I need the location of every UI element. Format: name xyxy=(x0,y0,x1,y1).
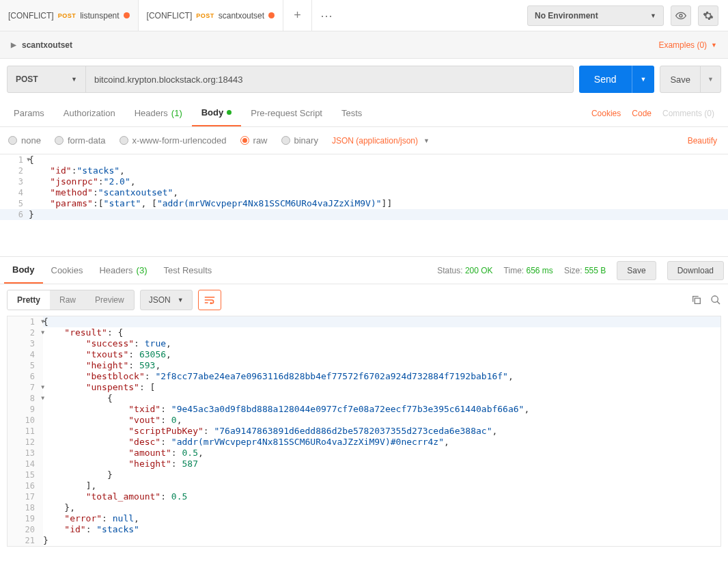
radio-raw[interactable]: raw xyxy=(240,135,268,146)
tab-headers[interactable]: Headers (1) xyxy=(125,100,192,126)
send-button[interactable]: Send ▼ xyxy=(579,66,655,93)
eye-icon xyxy=(675,10,686,21)
body-types-row: none form-data x-www-form-urlencoded raw… xyxy=(0,127,728,154)
settings-button[interactable] xyxy=(698,5,718,26)
tab-body[interactable]: Body xyxy=(192,100,242,126)
send-dropdown[interactable]: ▼ xyxy=(632,66,655,93)
view-right-controls xyxy=(691,295,721,305)
examples-dropdown[interactable]: Examples (0) ▼ xyxy=(658,40,717,50)
request-body-editor[interactable]: 1▼{2 "id":"stacks",3 "jsonrpc":"2.0",4 "… xyxy=(0,154,728,257)
chevron-down-icon: ▼ xyxy=(641,76,647,83)
view-preview[interactable]: Preview xyxy=(85,290,134,310)
tab-name: scantxoutset xyxy=(219,11,264,21)
view-pretty[interactable]: Pretty xyxy=(8,290,50,310)
status-value: 200 OK xyxy=(465,266,493,275)
tab-tests[interactable]: Tests xyxy=(332,100,372,126)
download-button[interactable]: Download xyxy=(667,261,724,280)
content-type-label: JSON (application/json) xyxy=(332,136,418,146)
tab-method-badge: POST xyxy=(58,12,76,19)
tab-conflict-label: [CONFLICT] xyxy=(8,11,54,21)
body-indicator-icon xyxy=(227,110,232,115)
top-bar: [CONFLICT] POST listunspent [CONFLICT] P… xyxy=(0,0,728,31)
url-row: POST ▼ bitcoind.krypton.blockstack.org:1… xyxy=(0,59,728,100)
save-button[interactable]: Save ▼ xyxy=(660,66,721,93)
tab-prerequest[interactable]: Pre-request Script xyxy=(241,100,332,126)
beautify-link[interactable]: Beautify xyxy=(688,136,720,146)
time-value: 656 ms xyxy=(527,266,553,275)
resp-tab-cookies[interactable]: Cookies xyxy=(43,257,92,284)
resp-tab-tests[interactable]: Test Results xyxy=(156,257,221,284)
request-tabs-right: Cookies Code Comments (0) xyxy=(591,109,724,118)
format-select[interactable]: JSON ▼ xyxy=(140,290,193,310)
environment-label: No Environment xyxy=(535,11,598,21)
content-type-select[interactable]: JSON (application/json) ▼ xyxy=(332,136,430,146)
chevron-down-icon: ▼ xyxy=(650,12,656,19)
gear-icon xyxy=(703,10,714,21)
radio-icon xyxy=(240,136,249,145)
save-label: Save xyxy=(660,74,700,85)
headers-count: (1) xyxy=(171,108,182,118)
environment-select[interactable]: No Environment ▼ xyxy=(527,5,664,26)
view-raw[interactable]: Raw xyxy=(50,290,85,310)
url-bar: POST ▼ bitcoind.krypton.blockstack.org:1… xyxy=(7,66,574,93)
radio-icon xyxy=(281,136,290,145)
tabs-area: [CONFLICT] POST listunspent [CONFLICT] P… xyxy=(0,0,518,31)
tab-listunspent[interactable]: [CONFLICT] POST listunspent xyxy=(0,0,139,31)
send-label: Send xyxy=(579,74,632,85)
chevron-down-icon: ▼ xyxy=(71,76,77,83)
size-group: Size: 555 B xyxy=(564,266,606,275)
environment-quicklook-button[interactable] xyxy=(671,5,691,26)
tab-headers-label: Headers xyxy=(135,108,168,118)
wrap-lines-button[interactable] xyxy=(198,290,221,310)
examples-label: Examples (0) xyxy=(658,40,707,50)
response-body-viewer[interactable]: 1▼{2▼ "result": {3 "success": true,4 "tx… xyxy=(7,316,721,547)
method-select[interactable]: POST ▼ xyxy=(8,66,86,92)
radio-icon xyxy=(120,136,128,145)
chevron-down-icon: ▼ xyxy=(711,42,717,49)
resp-headers-count: (3) xyxy=(137,265,148,275)
cookies-link[interactable]: Cookies xyxy=(591,109,621,118)
response-tabs: Body Cookies Headers (3) Test Results St… xyxy=(0,257,728,284)
request-name-bar: ▶ scantxoutset Examples (0) ▼ xyxy=(0,31,728,59)
view-tabs: Pretty Raw Preview xyxy=(7,290,135,310)
response-meta: Status: 200 OK Time: 656 ms Size: 555 B … xyxy=(437,261,724,280)
tab-conflict-label: [CONFLICT] xyxy=(147,11,193,21)
radio-formdata[interactable]: form-data xyxy=(55,135,106,146)
svg-point-2 xyxy=(712,296,718,302)
view-tabs-row: Pretty Raw Preview JSON ▼ xyxy=(0,284,728,316)
resp-tab-headers[interactable]: Headers (3) xyxy=(91,257,155,284)
caret-right-icon[interactable]: ▶ xyxy=(11,41,16,49)
tab-method-badge: POST xyxy=(196,12,214,19)
unsaved-dot-icon xyxy=(124,12,130,18)
svg-point-0 xyxy=(680,14,682,17)
radio-none[interactable]: none xyxy=(8,135,41,146)
save-dropdown[interactable]: ▼ xyxy=(700,66,720,92)
request-name: scantxoutset xyxy=(22,40,72,50)
chevron-down-icon: ▼ xyxy=(708,76,714,83)
radio-icon xyxy=(8,136,17,145)
chevron-down-icon: ▼ xyxy=(423,137,430,144)
resp-tab-body[interactable]: Body xyxy=(4,257,43,284)
radio-binary[interactable]: binary xyxy=(281,135,318,146)
new-tab-button[interactable]: + xyxy=(283,0,312,31)
radio-xwww[interactable]: x-www-form-urlencoded xyxy=(120,135,227,146)
tab-options-button[interactable]: ⋯ xyxy=(312,0,341,31)
wrap-icon xyxy=(204,296,215,304)
right-controls: No Environment ▼ xyxy=(518,5,728,26)
tab-params[interactable]: Params xyxy=(4,100,54,126)
code-link[interactable]: Code xyxy=(632,109,652,118)
tab-name: listunspent xyxy=(80,11,119,21)
url-input[interactable]: bitcoind.krypton.blockstack.org:18443 xyxy=(86,66,573,92)
size-value: 555 B xyxy=(585,266,606,275)
tab-authorization[interactable]: Authorization xyxy=(54,100,125,126)
resp-headers-label: Headers xyxy=(99,265,132,275)
tab-scantxoutset[interactable]: [CONFLICT] POST scantxoutset xyxy=(139,0,284,31)
request-name-left: ▶ scantxoutset xyxy=(11,40,72,50)
chevron-down-icon: ▼ xyxy=(178,297,184,303)
comments-link[interactable]: Comments (0) xyxy=(662,109,714,118)
radio-icon xyxy=(55,136,64,145)
format-label: JSON xyxy=(149,295,171,305)
search-icon[interactable] xyxy=(710,295,721,305)
copy-icon[interactable] xyxy=(691,295,702,305)
save-response-button[interactable]: Save xyxy=(617,261,656,280)
